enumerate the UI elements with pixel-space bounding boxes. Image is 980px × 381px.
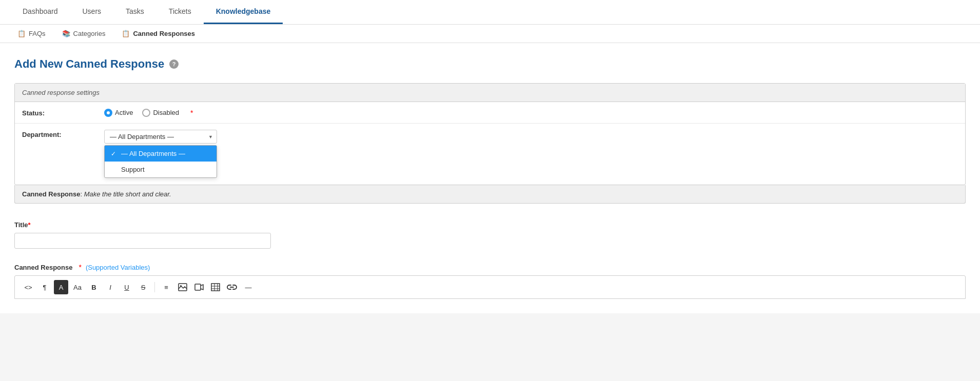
status-control: Active Disabled *	[104, 109, 958, 117]
main-content: Add New Canned Response ? Canned respons…	[0, 43, 980, 313]
supported-variables-link[interactable]: (Supported Variables)	[86, 264, 150, 271]
subnav-canned-responses-label: Canned Responses	[133, 30, 195, 37]
section-header: Canned response settings	[15, 84, 965, 102]
toolbar-paragraph-button[interactable]: ¶	[37, 280, 52, 294]
department-dropdown-popup: ✓ — All Departments — Support	[104, 145, 217, 178]
canned-response-field-section: Canned Response * (Supported Variables) …	[14, 253, 966, 299]
dropdown-option-all-label: — All Departments —	[121, 150, 185, 157]
subnav-faqs[interactable]: 📋 FAQs	[10, 25, 53, 43]
page-wrapper: Dashboard Users Tasks Tickets Knowledgeb…	[0, 0, 980, 313]
title-input[interactable]	[14, 233, 271, 249]
department-row: Department: — All Departments — ✓ — All …	[15, 124, 965, 185]
link-icon	[227, 284, 237, 291]
radio-active-circle	[104, 109, 112, 117]
dropdown-option-support-label: Support	[121, 166, 145, 173]
status-required-star: *	[190, 109, 193, 117]
toolbar-strikethrough-button[interactable]: S	[136, 280, 150, 294]
toolbar-video-button[interactable]	[192, 280, 206, 294]
toolbar-underline-button[interactable]: U	[120, 280, 134, 294]
status-radio-group: Active Disabled *	[104, 109, 958, 117]
image-icon	[178, 283, 187, 291]
help-icon[interactable]: ?	[169, 59, 179, 69]
toolbar-italic-button[interactable]: I	[103, 280, 117, 294]
page-title-row: Add New Canned Response ?	[14, 57, 966, 71]
department-label: Department:	[22, 130, 104, 138]
status-row: Status: Active Disabled *	[15, 102, 965, 124]
canned-response-hint-text: Make the title short and clear.	[84, 190, 171, 198]
department-select-value: — All Departments —	[110, 133, 174, 141]
table-icon	[211, 283, 220, 291]
video-icon	[194, 284, 204, 291]
categories-icon: 📚	[62, 30, 70, 37]
status-disabled-label: Disabled	[153, 109, 179, 116]
subnav-faqs-label: FAQs	[29, 30, 46, 37]
nav-item-tickets[interactable]: Tickets	[156, 0, 204, 24]
toolbar-code-button[interactable]: <>	[21, 280, 35, 294]
subnav-canned-responses[interactable]: 📋 Canned Responses	[114, 25, 202, 43]
nav-item-dashboard[interactable]: Dashboard	[10, 0, 70, 24]
status-disabled-option[interactable]: Disabled	[142, 109, 179, 117]
nav-item-tasks[interactable]: Tasks	[113, 0, 156, 24]
toolbar-image-button[interactable]	[175, 280, 190, 294]
editor-toolbar: <> ¶ A Aa B I U S ≡	[14, 275, 966, 299]
department-select-container: — All Departments — ✓ — All Departments …	[104, 130, 217, 144]
sub-nav: 📋 FAQs 📚 Categories 📋 Canned Responses	[0, 25, 980, 43]
dropdown-option-all[interactable]: ✓ — All Departments —	[105, 146, 217, 162]
svg-rect-2	[195, 284, 201, 290]
toolbar-separator-1	[154, 282, 155, 292]
department-select-display[interactable]: — All Departments —	[104, 130, 217, 144]
section-header-label: Canned response settings	[22, 89, 100, 96]
toolbar-bold-button[interactable]: B	[87, 280, 101, 294]
canned-responses-icon: 📋	[122, 30, 130, 37]
title-field-section: Title*	[14, 214, 966, 253]
status-active-label: Active	[115, 109, 133, 116]
canned-response-required-star: *	[79, 263, 81, 271]
toolbar-divider-button[interactable]: —	[241, 280, 256, 294]
page-title: Add New Canned Response	[14, 57, 164, 71]
toolbar-table-button[interactable]	[208, 280, 223, 294]
toolbar-link-button[interactable]	[225, 280, 239, 294]
title-field-label: Title*	[14, 221, 966, 229]
canned-response-hint-row: Canned Response: Make the title short an…	[14, 185, 966, 204]
subnav-categories[interactable]: 📚 Categories	[55, 25, 113, 43]
title-label-text: Title	[14, 221, 28, 229]
toolbar-font-size-button[interactable]: Aa	[70, 280, 85, 294]
status-active-option[interactable]: Active	[104, 109, 133, 117]
nav-item-users[interactable]: Users	[70, 0, 114, 24]
canned-response-label-row: Canned Response * (Supported Variables)	[14, 263, 966, 271]
radio-disabled-circle	[142, 109, 150, 117]
title-required-star: *	[28, 221, 31, 229]
top-nav: Dashboard Users Tasks Tickets Knowledgeb…	[0, 0, 980, 25]
toolbar-list-button[interactable]: ≡	[159, 280, 173, 294]
canned-response-hint-label: Canned Response	[22, 190, 80, 198]
form-section: Canned response settings Status: Active …	[14, 83, 966, 185]
subnav-categories-label: Categories	[73, 30, 106, 37]
colon: :	[80, 190, 84, 198]
status-label: Status:	[22, 108, 104, 117]
toolbar-font-color-button[interactable]: A	[54, 280, 68, 294]
nav-item-knowledgebase[interactable]: Knowledgebase	[204, 0, 283, 24]
department-control: — All Departments — ✓ — All Departments …	[104, 130, 958, 144]
checkmark-icon: ✓	[111, 150, 118, 157]
svg-rect-3	[211, 284, 220, 291]
canned-response-label-text: Canned Response	[14, 264, 72, 271]
dropdown-option-support[interactable]: Support	[105, 162, 217, 177]
faqs-icon: 📋	[17, 30, 26, 37]
